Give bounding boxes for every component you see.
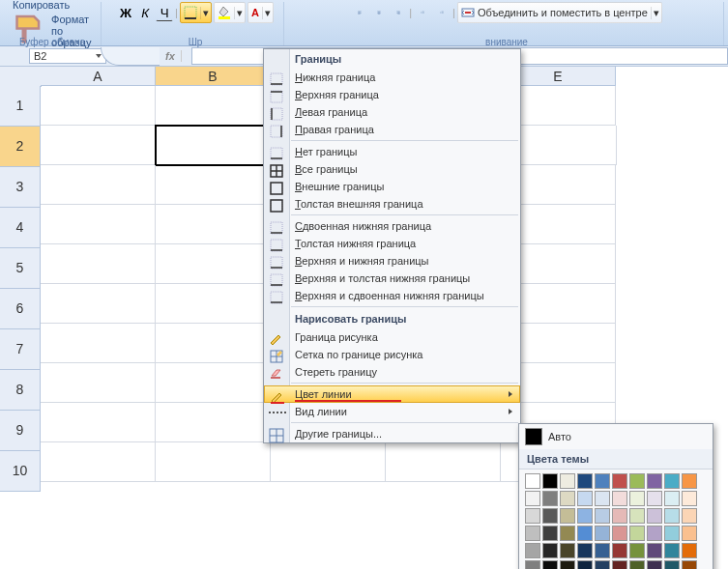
border-option[interactable]: Верхняя и нижняя границы (264, 252, 520, 270)
color-swatch[interactable] (525, 560, 540, 569)
color-swatch[interactable] (682, 560, 697, 569)
merge-center-button[interactable]: Объединить и поместить в центре▾ (457, 2, 662, 23)
color-swatch[interactable] (612, 526, 627, 541)
color-swatch[interactable] (664, 543, 680, 558)
cell[interactable] (156, 363, 271, 403)
cell[interactable] (41, 205, 156, 244)
line-color-item[interactable]: Цвет линии (264, 385, 520, 403)
color-swatch[interactable] (577, 491, 593, 506)
more-borders-item[interactable]: Другие границы... (264, 425, 520, 442)
color-swatch[interactable] (542, 543, 558, 558)
color-swatch[interactable] (595, 508, 610, 524)
line-style-item[interactable]: Вид линии (264, 403, 520, 420)
cell[interactable] (156, 165, 271, 205)
auto-color-item[interactable]: Авто (519, 424, 713, 449)
cell[interactable] (41, 126, 156, 165)
color-swatch[interactable] (664, 526, 680, 541)
select-all-corner[interactable] (0, 67, 42, 87)
border-option[interactable]: Нижняя граница (264, 69, 520, 86)
draw-border-option[interactable]: Сетка по границе рисунка (264, 346, 520, 363)
color-swatch[interactable] (560, 560, 575, 569)
row-header[interactable]: 6 (0, 289, 41, 329)
color-swatch[interactable] (595, 543, 610, 558)
cell[interactable] (271, 442, 386, 482)
color-swatch[interactable] (525, 526, 540, 541)
color-swatch[interactable] (612, 473, 627, 489)
color-swatch[interactable] (682, 508, 697, 524)
color-swatch[interactable] (629, 543, 645, 558)
color-swatch[interactable] (577, 473, 593, 489)
row-header[interactable]: 9 (0, 411, 41, 451)
color-swatch[interactable] (525, 473, 540, 489)
color-swatch[interactable] (647, 526, 662, 541)
color-swatch[interactable] (612, 543, 627, 558)
name-box[interactable]: B2 (29, 48, 106, 64)
color-swatch[interactable] (542, 473, 558, 489)
color-swatch[interactable] (612, 508, 627, 524)
cell[interactable] (156, 205, 271, 244)
color-swatch[interactable] (682, 526, 697, 541)
fill-color-button[interactable]: ▾ (214, 2, 246, 23)
row-header[interactable]: 1 (0, 86, 41, 127)
row-header[interactable]: 5 (0, 248, 41, 289)
color-swatch[interactable] (612, 491, 627, 506)
color-swatch[interactable] (577, 526, 593, 541)
cell[interactable] (156, 284, 271, 324)
italic-button[interactable]: К (136, 4, 154, 21)
align-right-button[interactable] (390, 4, 407, 21)
row-header[interactable]: 4 (0, 208, 41, 248)
col-header[interactable]: B (156, 67, 271, 86)
border-option[interactable]: Все границы (264, 160, 520, 178)
color-swatch[interactable] (560, 491, 575, 506)
cell[interactable] (156, 244, 271, 284)
color-swatch[interactable] (682, 543, 697, 558)
color-swatch[interactable] (682, 491, 697, 506)
color-swatch[interactable] (612, 560, 627, 569)
row-header[interactable]: 7 (0, 329, 41, 370)
color-swatch[interactable] (542, 560, 558, 569)
font-color-button[interactable]: A▾ (248, 2, 274, 23)
bold-button[interactable]: Ж (117, 4, 134, 21)
color-swatch[interactable] (525, 543, 540, 558)
border-option[interactable]: Толстая внешняя граница (264, 195, 520, 213)
color-swatch[interactable] (647, 543, 662, 558)
color-swatch[interactable] (647, 560, 662, 569)
border-option[interactable]: Верхняя и толстая нижняя границы (264, 270, 520, 287)
color-swatch[interactable] (595, 560, 610, 569)
border-option[interactable]: Верхняя граница (264, 86, 520, 103)
cell[interactable] (41, 86, 156, 126)
cell[interactable] (41, 363, 156, 403)
color-swatch[interactable] (525, 508, 540, 524)
border-option[interactable]: Верхняя и сдвоенная нижняя границы (264, 287, 520, 304)
border-option[interactable]: Внешние границы (264, 178, 520, 195)
color-swatch[interactable] (629, 560, 645, 569)
draw-border-option[interactable]: Стереть границу (264, 363, 520, 381)
color-swatch[interactable] (682, 473, 697, 489)
color-swatch[interactable] (629, 508, 645, 524)
cell[interactable] (41, 403, 156, 442)
fx-icon[interactable]: fx (160, 50, 182, 62)
cell[interactable] (156, 403, 271, 442)
color-swatch[interactable] (577, 560, 593, 569)
color-swatch[interactable] (629, 526, 645, 541)
cell[interactable] (156, 324, 271, 363)
copy-button[interactable]: Копировать (10, 0, 70, 11)
align-left-button[interactable] (351, 4, 368, 21)
row-header[interactable]: 2 (0, 127, 41, 167)
border-option[interactable]: Нет границы (264, 143, 520, 160)
color-swatch[interactable] (647, 491, 662, 506)
color-swatch[interactable] (542, 526, 558, 541)
cell[interactable] (156, 86, 271, 126)
decrease-indent-button[interactable] (414, 4, 431, 21)
color-swatch[interactable] (542, 491, 558, 506)
chevron-down-icon[interactable] (96, 54, 102, 58)
align-center-button[interactable] (370, 4, 388, 21)
cell[interactable] (41, 165, 156, 205)
color-swatch[interactable] (525, 491, 540, 506)
row-header[interactable]: 10 (0, 451, 41, 492)
color-swatch[interactable] (560, 508, 575, 524)
cell[interactable] (41, 324, 156, 363)
color-swatch[interactable] (577, 543, 593, 558)
cell[interactable] (41, 442, 156, 482)
color-swatch[interactable] (664, 560, 680, 569)
